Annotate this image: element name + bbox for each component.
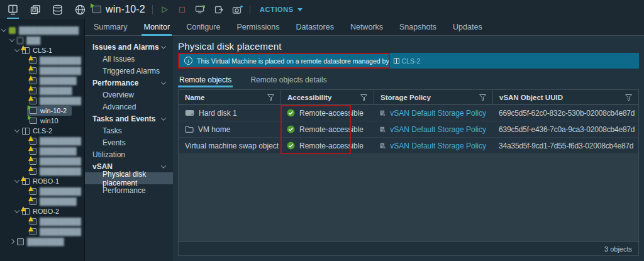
tree-item-host[interactable]: ████████ [0,196,84,206]
tree-item-host[interactable]: █████████ [0,186,84,196]
tab-monitor[interactable]: Monitor [135,19,178,35]
tree-item-host[interactable]: █████████ [0,96,84,106]
cell-uuid: 669c5d5f-62c0-832c-530b-02008cb4e87d [492,105,638,121]
info-banner: i This Virtual Machine is placed on a re… [178,53,639,69]
tree-item-host[interactable]: ███████ [0,86,84,96]
tab-datastores[interactable]: Datastores [287,19,341,35]
nav-item-events[interactable]: Events [85,136,173,148]
column-label: Accessibility [287,94,331,101]
tab-summary[interactable]: Summary [86,19,135,35]
column-label: vSAN Object UUID [499,94,563,101]
chevron-right-icon[interactable] [9,239,14,244]
tree-item-host[interactable]: █████████ [0,216,84,226]
selected-tree-item: win-10-2 [27,106,72,116]
divider [152,5,153,14]
column-header-name[interactable]: Name [179,90,280,104]
chevron-down-icon[interactable] [14,127,19,132]
tree-item-host[interactable]: ████████ [0,146,84,156]
nav-label: Performance [92,79,138,87]
tree-item-label: █████████ [40,167,81,175]
filter-icon[interactable] [479,94,486,101]
chevron-down-icon[interactable] [14,177,19,182]
object-name: Virtual machine swap object [185,142,279,150]
vcenter-icon [9,27,16,34]
nav-section-issues-and-alarms[interactable]: Issues and Alarms [85,41,173,53]
tab-networks[interactable]: Networks [342,19,391,35]
chevron-down-icon[interactable] [14,208,19,213]
tree-item-label: █████████ [40,187,81,195]
power-off-icon[interactable] [177,5,187,14]
networking-icon[interactable] [74,3,87,16]
chevron-down-icon[interactable] [1,26,6,31]
column-header-vsan-object-uuid[interactable]: vSAN Object UUID [492,90,638,104]
filter-icon[interactable] [360,94,367,101]
tree-item-host[interactable]: █████████ [0,136,84,146]
storage-icon[interactable] [52,3,65,16]
chevron-down-icon[interactable] [9,36,14,42]
tree-item-host[interactable]: █████████ [0,156,84,166]
tab-configure[interactable]: Configure [178,19,228,35]
nav-item-physical-disk-placement[interactable]: Physical disk placement [85,172,173,184]
tree-item-cls-2[interactable]: CLS-2 [0,126,84,136]
storage-policy-icon [380,142,386,150]
tab-updates[interactable]: Updates [445,19,491,35]
tree-item-vcenter[interactable]: █████████████ [0,25,84,35]
banner-text: This Virtual Machine is placed on a remo… [197,57,389,65]
tree-item-win10[interactable]: win10 [0,116,84,126]
tree-item-cls-1[interactable]: CLS-1 [0,45,84,55]
storage-policy-link[interactable]: vSAN Default Storage Policy [390,109,486,118]
tab-permissions[interactable]: Permissions [228,19,287,35]
column-label: Storage Policy [380,94,431,101]
subtab-remote-objects-details[interactable]: Remote objects details [249,72,328,87]
tree-item-host[interactable]: █████████ [0,65,84,75]
tree-item-label: ROBO-1 [33,177,59,185]
host-warning-icon [30,138,36,145]
table-row[interactable]: Virtual machine swap object Remote-acces… [179,138,638,154]
table-row[interactable]: VM home Remote-accessible vSAN Default S… [179,121,638,138]
launch-console-icon[interactable] [195,4,206,14]
nav-item-advanced[interactable]: Advanced [85,101,173,113]
tab-snapshots[interactable]: Snapshots [391,19,445,35]
main-content: Physical disk placement i This Virtual M… [173,36,644,261]
tree-item-datacenter[interactable]: ███ [0,35,84,45]
nav-item-triggered-alarms[interactable]: Triggered Alarms [85,65,173,77]
snapshot-icon[interactable] [232,5,243,14]
tree-item-host[interactable]: █████████ [0,55,84,65]
storage-policy-link[interactable]: vSAN Default Storage Policy [390,142,486,150]
nav-item-all-issues[interactable]: All Issues [85,53,173,65]
vms-and-templates-icon[interactable] [29,3,42,16]
monitor-nav: Issues and Alarms All Issues Triggered A… [85,36,173,261]
banner-cluster-link[interactable]: CLS-2 [394,57,421,65]
actions-menu-button[interactable]: ACTIONS [260,6,303,13]
cell-storage-policy: vSAN Default Storage Policy [374,105,492,121]
nav-label: Issues and Alarms [92,43,159,52]
nav-item-utilization[interactable]: Utilization [85,148,173,160]
tree-item-host[interactable]: ████████ [0,75,84,86]
filter-icon[interactable] [625,94,632,101]
migrate-icon[interactable] [214,5,224,14]
hosts-and-clusters-icon[interactable] [6,3,19,16]
tree-item-robo-2[interactable]: ROBO-2 [0,206,84,216]
column-header-accessibility[interactable]: Accessibility [280,90,374,104]
tree-item-label: █████████ [40,57,81,64]
subtab-remote-objects[interactable]: Remote objects [178,72,233,87]
chevron-down-icon[interactable] [14,47,19,52]
cell-storage-policy: vSAN Default Storage Policy [374,138,492,153]
uuid-value: 669c5d5f-62c0-832c-530b-02008cb4e87d [499,109,635,118]
tree-item-win-10-2[interactable]: win-10-2 [0,106,84,116]
nav-item-tasks[interactable]: Tasks [85,125,173,136]
filter-icon[interactable] [267,94,274,101]
tree-item-host[interactable]: █████████ [0,226,84,236]
table-row[interactable]: Hard disk 1 Remote-accessible vSAN Defau… [179,105,638,121]
power-on-icon[interactable] [160,5,169,14]
actions-label: ACTIONS [260,6,294,13]
tree-item-host-collapsed[interactable]: ████████ [0,236,84,247]
hard-disk-icon [185,109,194,116]
storage-policy-link[interactable]: vSAN Default Storage Policy [390,125,486,134]
tree-item-robo-1[interactable]: ROBO-1 [0,176,84,186]
nav-section-tasks-and-events[interactable]: Tasks and Events [85,113,173,125]
nav-item-overview[interactable]: Overview [85,89,173,101]
column-header-storage-policy[interactable]: Storage Policy [374,90,492,104]
tree-item-host[interactable]: █████████ [0,166,84,176]
nav-section-performance[interactable]: Performance [85,77,173,89]
